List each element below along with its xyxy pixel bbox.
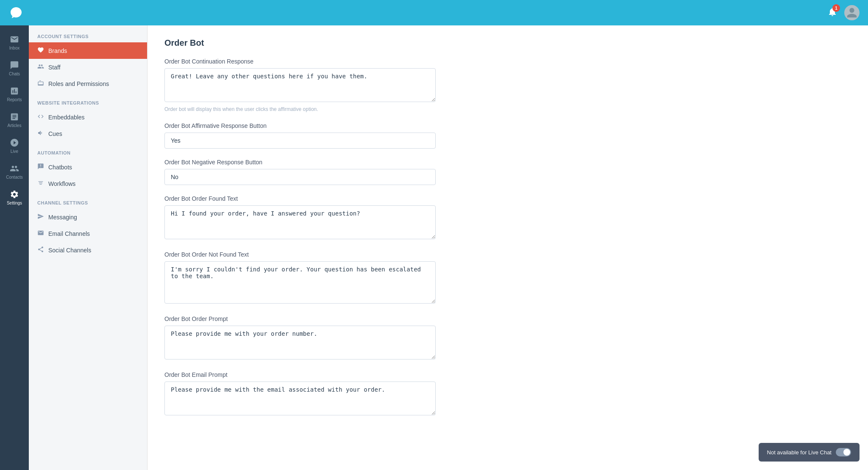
live-label: Live [11, 149, 18, 154]
label-order-found: Order Bot Order Found Text [164, 195, 851, 202]
content-area: Order Bot Order Bot Continuation Respons… [147, 25, 868, 470]
automation-title: AUTOMATION [29, 142, 147, 159]
input-order-not-found[interactable] [164, 261, 436, 304]
input-continuation-response[interactable] [164, 68, 436, 102]
settings-label: Settings [7, 201, 22, 205]
label-continuation-response: Order Bot Continuation Response [164, 58, 851, 65]
contacts-label: Contacts [6, 175, 22, 180]
account-settings-title: ACCOUNT SETTINGS [29, 25, 147, 42]
website-integrations-title: WEBSITE INTEGRATIONS [29, 92, 147, 109]
email-channels-icon [37, 229, 44, 238]
sidebar-item-roles[interactable]: Roles and Permissions [29, 75, 147, 92]
form-group-order-prompt: Order Bot Order Prompt [164, 315, 851, 361]
page-title: Order Bot [164, 38, 851, 48]
sidebar-item-reports[interactable]: Reports [0, 81, 29, 107]
label-order-prompt: Order Bot Order Prompt [164, 315, 851, 322]
input-negative-button[interactable] [164, 169, 436, 185]
form-group-order-not-found: Order Bot Order Not Found Text [164, 251, 851, 305]
hint-continuation-response: Order bot will display this when the use… [164, 106, 851, 112]
input-order-prompt[interactable] [164, 326, 436, 359]
roles-label: Roles and Permissions [48, 80, 109, 87]
social-channels-label: Social Channels [48, 247, 91, 254]
not-available-text: Not available for Live Chat [767, 449, 832, 456]
workflows-icon [37, 180, 44, 188]
channel-settings-title: CHANNEL SETTINGS [29, 192, 147, 209]
sidebar-item-chats[interactable]: Chats [0, 55, 29, 81]
reports-label: Reports [7, 97, 22, 102]
user-avatar[interactable] [844, 5, 860, 20]
form-group-continuation-response: Order Bot Continuation Response Order bo… [164, 58, 851, 112]
heart-icon [37, 47, 44, 55]
sidebar-item-staff[interactable]: Staff [29, 59, 147, 75]
email-channels-label: Email Channels [48, 230, 90, 237]
app-logo [8, 5, 24, 20]
messaging-icon [37, 213, 44, 221]
roles-icon [37, 80, 44, 88]
sidebar-item-embeddables[interactable]: Embeddables [29, 109, 147, 125]
sidebar-item-brands[interactable]: Brands [29, 42, 147, 59]
sidebar-item-settings[interactable]: Settings [0, 185, 29, 210]
workflows-label: Workflows [48, 180, 75, 187]
main-layout: Inbox Chats Reports Articles Live Contac… [0, 25, 868, 470]
chatbots-label: Chatbots [48, 164, 72, 171]
sidebar-item-email-channels[interactable]: Email Channels [29, 225, 147, 242]
notification-badge: 1 [832, 4, 840, 12]
icon-sidebar: Inbox Chats Reports Articles Live Contac… [0, 25, 29, 470]
topbar-right: 1 [827, 5, 860, 20]
sidebar-item-messaging[interactable]: Messaging [29, 209, 147, 225]
notification-bell[interactable]: 1 [827, 7, 837, 19]
sidebar-item-articles[interactable]: Articles [0, 107, 29, 133]
input-order-found[interactable] [164, 205, 436, 239]
settings-sidebar: ACCOUNT SETTINGS Brands Staff Roles and … [29, 25, 147, 470]
input-email-prompt[interactable] [164, 382, 436, 415]
sidebar-item-chatbots[interactable]: Chatbots [29, 159, 147, 175]
form-group-affirmative-button: Order Bot Affirmative Response Button [164, 122, 851, 149]
staff-icon [37, 63, 44, 71]
chatbots-icon [37, 163, 44, 171]
chats-label: Chats [9, 72, 20, 76]
sidebar-item-cues[interactable]: Cues [29, 125, 147, 142]
social-channels-icon [37, 246, 44, 254]
sidebar-item-inbox[interactable]: Inbox [0, 30, 29, 55]
sidebar-item-live[interactable]: Live [0, 133, 29, 159]
cues-icon [37, 130, 44, 138]
sidebar-item-contacts[interactable]: Contacts [0, 159, 29, 185]
label-affirmative-button: Order Bot Affirmative Response Button [164, 122, 851, 129]
embeddables-label: Embeddables [48, 114, 85, 121]
articles-label: Articles [8, 123, 22, 128]
label-order-not-found: Order Bot Order Not Found Text [164, 251, 851, 258]
label-email-prompt: Order Bot Email Prompt [164, 371, 851, 378]
messaging-label: Messaging [48, 214, 77, 221]
form-group-negative-button: Order Bot Negative Response Button [164, 159, 851, 185]
sidebar-item-workflows[interactable]: Workflows [29, 175, 147, 192]
input-affirmative-button[interactable] [164, 133, 436, 149]
cues-label: Cues [48, 130, 62, 137]
live-chat-toggle[interactable] [836, 448, 851, 456]
sidebar-item-social-channels[interactable]: Social Channels [29, 242, 147, 258]
label-negative-button: Order Bot Negative Response Button [164, 159, 851, 166]
topbar: 1 [0, 0, 868, 25]
embeddables-icon [37, 113, 44, 121]
form-group-order-found: Order Bot Order Found Text [164, 195, 851, 241]
staff-label: Staff [48, 64, 61, 71]
inbox-label: Inbox [9, 46, 19, 50]
not-available-banner: Not available for Live Chat [759, 443, 860, 462]
form-group-email-prompt: Order Bot Email Prompt [164, 371, 851, 417]
brands-label: Brands [48, 47, 67, 54]
